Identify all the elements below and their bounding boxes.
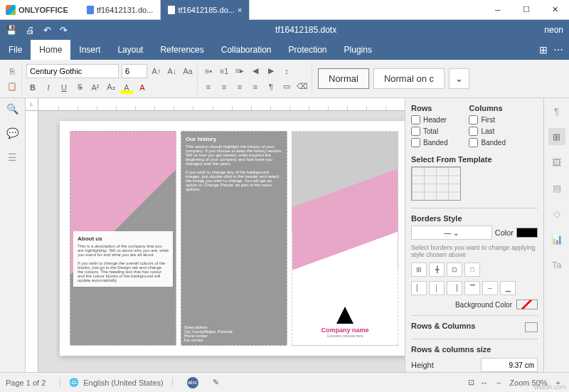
bold-icon[interactable]: B: [26, 81, 39, 94]
multilevel-icon[interactable]: ≡▸: [233, 65, 246, 78]
header-footer-icon[interactable]: ▤: [548, 179, 565, 196]
chk-banded-cols[interactable]: Banded: [469, 138, 505, 147]
redo-icon[interactable]: ↷: [60, 25, 68, 36]
superscript-icon[interactable]: A²: [89, 81, 102, 94]
decrease-font-icon[interactable]: A↓: [166, 65, 179, 78]
border-horiz-icon[interactable]: ─: [482, 281, 498, 295]
font-color-icon[interactable]: A: [136, 81, 149, 94]
menu-references[interactable]: References: [151, 40, 212, 60]
image-settings-icon[interactable]: 🖼: [548, 154, 565, 171]
menu-file[interactable]: File: [0, 40, 31, 60]
border-none-icon[interactable]: □: [464, 263, 480, 277]
paste-icon[interactable]: 📋: [6, 80, 18, 93]
border-top-icon[interactable]: ▔: [464, 281, 480, 295]
canvas[interactable]: L About us This is a description of the …: [26, 98, 405, 372]
align-center-icon[interactable]: ≡: [218, 80, 230, 93]
subscript-icon[interactable]: A₂: [105, 81, 117, 94]
style-normal-on[interactable]: Normal on c: [373, 68, 445, 89]
chk-total[interactable]: Total: [411, 127, 447, 136]
zoom-out-icon[interactable]: −: [494, 378, 504, 387]
height-input[interactable]: [481, 358, 538, 372]
italic-icon[interactable]: I: [42, 81, 55, 94]
change-case-icon[interactable]: Aa: [181, 65, 194, 78]
menu-layout[interactable]: Layout: [109, 40, 151, 60]
open-location-icon[interactable]: ⊞: [539, 44, 548, 55]
fit-width-icon[interactable]: ↔: [480, 378, 488, 387]
page-indicator[interactable]: Page 1 of 2: [6, 378, 46, 387]
company-block[interactable]: Company name Company website here: [292, 307, 398, 338]
border-inner-icon[interactable]: ╋: [429, 263, 445, 277]
print-icon[interactable]: 🖨: [26, 25, 35, 36]
template-preview[interactable]: [411, 166, 461, 201]
menu-insert[interactable]: Insert: [70, 40, 109, 60]
tab-close-icon[interactable]: ×: [238, 6, 242, 14]
bg-color-swatch[interactable]: [516, 300, 538, 309]
chk-first[interactable]: First: [469, 115, 505, 125]
user-name[interactable]: neon: [544, 25, 563, 35]
about-box[interactable]: About us This is a description of the co…: [73, 231, 173, 287]
comments-icon[interactable]: 💬: [6, 127, 19, 139]
border-bottom-icon[interactable]: ▁: [500, 281, 516, 295]
line-spacing-icon[interactable]: ↕: [280, 65, 293, 78]
highlight-icon[interactable]: A: [120, 81, 133, 94]
panel-company[interactable]: Company name Company website here: [292, 131, 398, 346]
fit-page-icon[interactable]: ⊡: [468, 378, 474, 387]
bullets-icon[interactable]: ≡•: [202, 65, 215, 78]
menu-plugins[interactable]: Plugins: [336, 40, 381, 60]
align-right-icon[interactable]: ≡: [233, 80, 246, 93]
table-settings-icon[interactable]: ⊞: [548, 128, 565, 145]
track-changes-icon[interactable]: ✎: [213, 378, 219, 387]
doc-tab-1[interactable]: tf16412185.do... ×: [161, 0, 250, 20]
align-left-icon[interactable]: ≡: [202, 80, 215, 93]
textart-settings-icon[interactable]: Ta: [548, 256, 565, 273]
shape-settings-icon[interactable]: ◇: [548, 205, 565, 222]
menu-protection[interactable]: Protection: [280, 40, 336, 60]
shading-icon[interactable]: ▭: [280, 80, 293, 93]
panel-history[interactable]: Our history This section should highligh…: [181, 131, 287, 346]
ruler-horizontal[interactable]: [38, 98, 405, 111]
menu-home[interactable]: Home: [31, 40, 70, 60]
font-size-select[interactable]: [122, 64, 147, 78]
border-right-icon[interactable]: ▕: [447, 281, 462, 295]
clear-style-icon[interactable]: ⌫: [296, 80, 309, 93]
font-select[interactable]: [26, 64, 119, 78]
chart-settings-icon[interactable]: 📊: [548, 231, 565, 248]
nonprinting-icon[interactable]: ¶: [265, 80, 277, 93]
rows-cols-icon[interactable]: [525, 322, 538, 332]
language-selector[interactable]: 🌐 English (United States): [60, 378, 173, 387]
border-left-icon[interactable]: ▏: [411, 281, 427, 295]
border-all-icon[interactable]: ⊡: [447, 263, 462, 277]
border-vert-icon[interactable]: │: [429, 281, 445, 295]
undo-icon[interactable]: ↶: [43, 25, 51, 36]
numbering-icon[interactable]: ≡1: [218, 65, 230, 78]
menu-more-icon[interactable]: ⋯: [553, 44, 563, 55]
history-box[interactable]: Our history This section should highligh…: [181, 132, 287, 196]
headings-icon[interactable]: ☰: [6, 151, 19, 164]
search-icon[interactable]: 🔍: [6, 102, 19, 115]
minimize-button[interactable]: ─: [484, 0, 512, 20]
chk-banded-rows[interactable]: Banded: [411, 138, 447, 147]
style-normal[interactable]: Normal: [318, 68, 369, 89]
justify-icon[interactable]: ≡: [249, 80, 262, 93]
border-width-select[interactable]: — ⌄: [411, 226, 492, 240]
border-color-swatch[interactable]: [516, 228, 538, 238]
styles-dropdown-icon[interactable]: ⌄: [449, 68, 469, 89]
strikethrough-icon[interactable]: S̶: [73, 81, 86, 94]
address-block[interactable]: Street address City, County/Region, Post…: [184, 325, 233, 342]
chk-header[interactable]: Header: [411, 115, 447, 125]
close-button[interactable]: ✕: [541, 0, 569, 20]
doc-tab-0[interactable]: tf16412131.do...: [80, 0, 161, 20]
spellcheck-icon[interactable]: abc: [187, 377, 198, 388]
ruler-vertical[interactable]: [26, 111, 38, 372]
border-outer-icon[interactable]: ⊞: [411, 263, 427, 277]
chk-last[interactable]: Last: [469, 127, 505, 136]
underline-icon[interactable]: U: [58, 81, 70, 94]
save-icon[interactable]: 💾: [6, 25, 17, 36]
copy-icon[interactable]: ⎘: [6, 65, 18, 78]
paragraph-settings-icon[interactable]: ¶: [548, 102, 565, 120]
menu-collaboration[interactable]: Collaboration: [213, 40, 280, 60]
panel-about[interactable]: About us This is a description of the co…: [70, 131, 176, 346]
increase-font-icon[interactable]: A↑: [150, 65, 163, 78]
decrease-indent-icon[interactable]: ◀: [249, 65, 262, 78]
increase-indent-icon[interactable]: ▶: [265, 65, 277, 78]
